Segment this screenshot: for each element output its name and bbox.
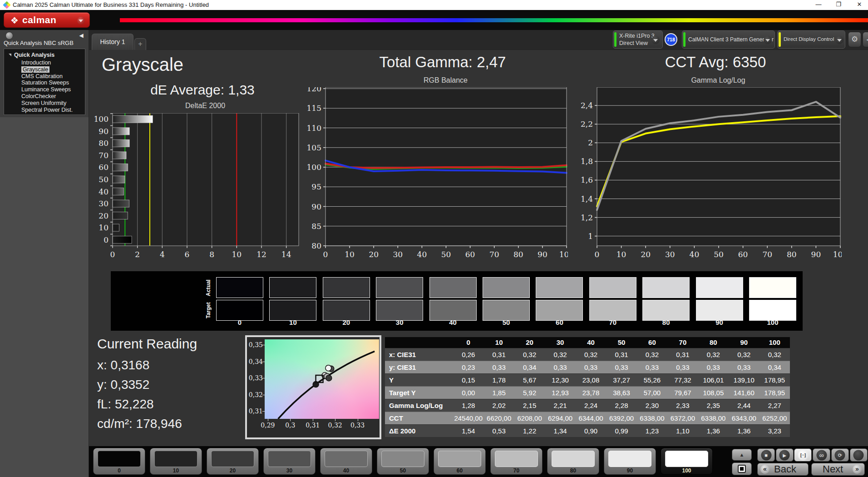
- table-cell: 178,95: [760, 387, 790, 399]
- pattern-level-button-60[interactable]: 60: [434, 448, 486, 475]
- cie-y-tick: [262, 411, 265, 412]
- svg-text:90: 90: [538, 250, 547, 259]
- table-cell: 0,33: [729, 361, 759, 373]
- table-row-label: Gamma Log/Log: [385, 399, 453, 412]
- pattern-level-button-30[interactable]: 30: [263, 448, 316, 475]
- sidebar-collapse-button[interactable]: ◀: [77, 31, 85, 40]
- pattern-level-label: 90: [604, 467, 656, 474]
- sidebar-item-grayscale[interactable]: Grayscale: [21, 66, 73, 73]
- cie-y-tick-label: 0,35: [247, 341, 263, 348]
- blank-button[interactable]: [850, 448, 868, 462]
- play-button[interactable]: ▶: [776, 448, 794, 462]
- sidebar-item-screen-uniformity[interactable]: Screen Uniformity: [21, 100, 73, 107]
- back-button[interactable]: « Back: [757, 463, 809, 476]
- settings-button[interactable]: ⚙: [848, 32, 861, 47]
- table-column-header: 90: [729, 337, 759, 348]
- meter-status-bar: [614, 32, 616, 47]
- pattern-level-label: 100: [661, 467, 712, 474]
- pattern-window-up-button[interactable]: ▲: [732, 449, 752, 461]
- sidebar-item-luminance-sweeps[interactable]: Luminance Sweeps: [21, 86, 73, 93]
- table-row-label: y: CIE31: [385, 361, 453, 373]
- calman-menu-button[interactable]: ❖ calman: [4, 12, 90, 28]
- meter-mode: Direct View: [619, 40, 648, 46]
- pin-icon[interactable]: [5, 32, 13, 40]
- table-cell: 6252,00: [760, 412, 790, 424]
- actual-swatch: [696, 277, 743, 298]
- table-row-label: ΔE 2000: [385, 425, 453, 437]
- chevrons-right-icon: »: [853, 465, 862, 474]
- svg-text:1,8: 1,8: [581, 157, 593, 166]
- restore-button[interactable]: ❐: [831, 0, 846, 10]
- pattern-level-button-100[interactable]: 100: [661, 448, 713, 475]
- cie-x-tick: [313, 419, 313, 421]
- minimize-button[interactable]: —: [811, 0, 826, 10]
- pattern-window-icon: [738, 465, 746, 473]
- collapse-panel-button[interactable]: ◀: [863, 32, 868, 47]
- pattern-generator-dropdown[interactable]: CalMAN Client 3 Pattern Generator: [682, 30, 775, 49]
- svg-text:8: 8: [209, 250, 214, 259]
- table-cell: 2,33: [667, 399, 698, 412]
- table-cell: 0,33: [483, 361, 514, 373]
- pattern-level-button-80[interactable]: 80: [547, 448, 599, 475]
- target-swatch: [323, 300, 370, 321]
- display-control-name: Direct Display Control: [784, 36, 834, 42]
- tab-history-1[interactable]: History 1: [92, 34, 133, 50]
- sidebar-item-colorchecker[interactable]: ColorChecker: [21, 93, 73, 100]
- pattern-level-label: 40: [321, 467, 372, 474]
- svg-text:90: 90: [811, 250, 821, 259]
- current-reading-line: y: 0,3352: [97, 378, 149, 392]
- sidebar-item-cms-calibration[interactable]: CMS Calibration: [21, 73, 73, 80]
- pattern-level-button-50[interactable]: 50: [377, 448, 429, 475]
- pattern-level-label: 50: [377, 467, 429, 474]
- swatch-level-label: 0: [213, 318, 266, 326]
- actual-swatch: [589, 277, 636, 298]
- svg-text:6: 6: [185, 250, 190, 259]
- display-control-dropdown[interactable]: Direct Display Control: [777, 30, 845, 49]
- meter-resolution-badge[interactable]: 718: [665, 33, 677, 46]
- next-button[interactable]: Next »: [811, 463, 865, 476]
- tree-expander-icon[interactable]: [9, 54, 11, 56]
- gamma-loglog-chart: 2,42,221,81,61,41,2101020304050607080901…: [576, 87, 842, 262]
- svg-text:70: 70: [489, 250, 499, 259]
- svg-text:0: 0: [595, 250, 600, 259]
- close-button[interactable]: ✕: [852, 0, 867, 10]
- table-cell: 6620,00: [483, 412, 514, 424]
- loop-button[interactable]: ∞: [813, 448, 830, 462]
- pattern-swatch: [438, 451, 481, 467]
- table-cell: 0,31: [667, 348, 698, 361]
- loop-icon: ∞: [816, 450, 827, 460]
- meter-dropdown[interactable]: X-Rite i1Pro 3 Direct View: [613, 30, 663, 49]
- table-column-header: 0: [453, 337, 483, 348]
- table-column-header: 30: [545, 337, 575, 348]
- table-row: x: CIE310,260,310,320,320,320,310,320,31…: [385, 348, 790, 361]
- pattern-swatch: [268, 451, 311, 467]
- sidebar-item-saturation-sweeps[interactable]: Saturation Sweeps: [21, 80, 73, 86]
- measure-button[interactable]: [··]: [794, 448, 812, 462]
- table-cell: 0,33: [637, 361, 667, 373]
- add-tab-button[interactable]: +: [134, 38, 146, 50]
- display-status-bar: [779, 32, 781, 47]
- pattern-level-button-0[interactable]: 0: [93, 448, 145, 475]
- table-cell: 1,23: [637, 425, 667, 437]
- pattern-level-button-40[interactable]: 40: [320, 448, 372, 475]
- pattern-level-button-70[interactable]: 70: [490, 448, 542, 475]
- stop-button[interactable]: ■: [757, 448, 775, 462]
- triangle-up-icon: ▲: [740, 452, 745, 457]
- refresh-button[interactable]: ⟳: [831, 448, 849, 462]
- calman-app: Calman 2025 Calman Ultimate for Business…: [0, 0, 868, 477]
- svg-text:60: 60: [738, 250, 748, 259]
- swatch-level-label: 20: [320, 318, 373, 326]
- table-row-label: x: CIE31: [385, 348, 453, 361]
- current-reading-line: fL: 52,228: [97, 397, 154, 412]
- svg-text:80: 80: [787, 250, 797, 259]
- pattern-level-button-10[interactable]: 10: [150, 448, 202, 475]
- table-cell: 1,54: [453, 425, 483, 437]
- svg-text:60: 60: [99, 163, 108, 172]
- pattern-window-button[interactable]: [732, 462, 752, 475]
- sidebar-item-spectral-power-dist-[interactable]: Spectral Power Dist.: [21, 107, 73, 114]
- table-cell: 0,15: [453, 374, 483, 386]
- sidebar-item-introduction[interactable]: Introduction: [21, 60, 73, 66]
- pattern-level-button-90[interactable]: 90: [604, 448, 656, 475]
- tree-root[interactable]: Quick Analysis: [14, 52, 54, 58]
- pattern-level-button-20[interactable]: 20: [207, 448, 259, 475]
